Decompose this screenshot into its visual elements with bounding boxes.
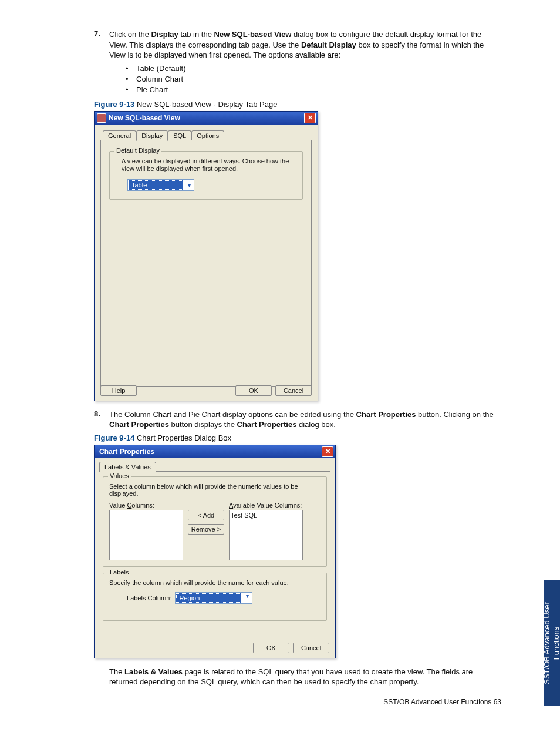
tab-labels-values[interactable]: Labels & Values (99, 462, 156, 472)
figure-caption-914: Figure 9-14 Chart Properties Dialog Box (94, 434, 501, 442)
dialog-chart-properties: Chart Properties ✕ Labels & Values Value… (94, 445, 336, 658)
value-columns-listbox[interactable] (109, 510, 183, 560)
groupbox-default-display: Default Display A view can be displayed … (109, 151, 303, 200)
step-body: The Column Chart and Pie Chart display o… (109, 409, 501, 430)
step-7: 7. Click on the Display tab in the New S… (94, 29, 501, 61)
body-paragraph: The Labels & Values page is related to t… (109, 667, 501, 687)
help-text: Select a column below which will provide… (109, 483, 321, 497)
tab-sql[interactable]: SQL (168, 130, 191, 140)
tab-options[interactable]: Options (191, 130, 224, 140)
dialog-title: Chart Properties (97, 448, 322, 456)
dialog-new-sql-based-view: New SQL-based View ✕ General Display SQL… (94, 111, 318, 401)
tab-panel-display: Default Display A view can be displayed … (100, 140, 312, 387)
add-button[interactable]: < Add (188, 510, 224, 520)
chevron-down-icon[interactable]: ▾ (242, 593, 252, 603)
step-body: Click on the Display tab in the New SQL-… (109, 29, 501, 61)
dialog-footer: OK Cancel (253, 643, 329, 653)
dialog-body: Labels & Values Values Select a column b… (95, 458, 335, 658)
groupbox-values: Values Select a column below which will … (103, 476, 327, 567)
help-text: Specify the column which will provide th… (109, 579, 321, 586)
ok-button[interactable]: OK (253, 643, 289, 653)
side-tab-label: SST/OB Advanced UserFunctions (542, 584, 560, 702)
help-text: A view can be displayed in different way… (122, 157, 296, 174)
bullet-item: Table (Default) (126, 64, 501, 73)
tab-panel: Values Select a column below which will … (99, 471, 330, 631)
close-icon[interactable]: ✕ (322, 446, 333, 457)
titlebar: New SQL-based View ✕ (95, 112, 318, 125)
available-columns-label: Available Value Columns: (229, 502, 303, 509)
tab-strip: General Display SQL Options (100, 130, 312, 140)
combo-selected: Table (129, 180, 183, 190)
groupbox-legend: Values (108, 472, 131, 479)
step-number: 8. (94, 409, 109, 430)
cancel-button[interactable]: Cancel (275, 385, 312, 396)
app-icon (97, 113, 106, 123)
side-tab: SST/OB Advanced UserFunctions (544, 580, 560, 706)
available-columns-listbox[interactable]: Test SQL (229, 510, 303, 560)
value-columns-label: Value Columns: (109, 502, 183, 509)
cancel-button[interactable]: Cancel (293, 643, 329, 653)
groupbox-legend: Default Display (114, 147, 161, 154)
figure-caption-913: Figure 9-13 New SQL-based View - Display… (94, 100, 501, 109)
combo-selected: Region (176, 593, 241, 603)
tab-general[interactable]: General (103, 130, 136, 140)
groupbox-labels: Labels Specify the column which will pro… (103, 573, 327, 621)
page-footer: SST/OB Advanced User Functions 63 (94, 698, 501, 706)
titlebar: Chart Properties ✕ (95, 445, 335, 458)
dialog-body: General Display SQL Options Default Disp… (95, 125, 318, 401)
close-icon[interactable]: ✕ (304, 113, 316, 123)
bullets-step7: Table (Default) Column Chart Pie Chart (126, 64, 501, 94)
dialog-title: New SQL-based View (109, 114, 304, 122)
groupbox-legend: Labels (108, 569, 130, 576)
tab-strip: Labels & Values (95, 458, 335, 471)
step-8: 8. The Column Chart and Pie Chart displa… (94, 409, 501, 430)
labels-column-combo[interactable]: Region ▾ (175, 592, 252, 604)
labels-column-label: Labels Column: (127, 594, 171, 601)
bullet-item: Pie Chart (126, 85, 501, 94)
chevron-down-icon[interactable]: ▾ (184, 182, 194, 189)
list-item[interactable]: Test SQL (231, 512, 301, 519)
tab-display[interactable]: Display (136, 130, 168, 141)
help-button[interactable]: Help (100, 385, 137, 396)
ok-button[interactable]: OK (235, 385, 272, 396)
bullet-item: Column Chart (126, 75, 501, 83)
default-display-combo[interactable]: Table ▾ (127, 179, 194, 191)
remove-button[interactable]: Remove > (188, 524, 224, 535)
dialog-footer: Help OK Cancel (100, 385, 312, 396)
step-number: 7. (94, 29, 109, 61)
